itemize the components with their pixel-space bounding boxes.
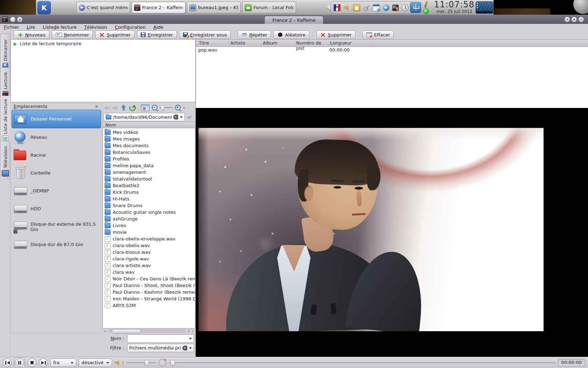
file-item[interactable]: clara-obelix.wav — [103, 242, 195, 249]
shade-button[interactable]: « — [17, 16, 23, 22]
file-item[interactable]: meline-papa_data — [103, 162, 195, 169]
file-item[interactable]: Kick Drums — [103, 189, 195, 196]
volume-slider[interactable] — [126, 359, 156, 367]
stop-button[interactable] — [27, 358, 36, 367]
close-icon[interactable]: × — [94, 104, 99, 109]
subtitle-combobox[interactable]: désactivé — [79, 359, 112, 367]
previous-button[interactable] — [3, 358, 12, 367]
file-item[interactable]: clara-rigole.wav — [103, 255, 195, 262]
file-item[interactable]: Iron Maiden - Strange World (1998 Digita… — [103, 295, 195, 302]
plasma-cashew[interactable] — [573, 0, 588, 14]
file-list-header[interactable]: Nom — [103, 122, 195, 128]
column-header[interactable]: Numéro de pist — [295, 40, 329, 46]
seek-slider-handle[interactable] — [170, 360, 175, 366]
taskbar-entry[interactable]: bureau1.jpeg – KSnap — [187, 2, 241, 13]
column-header[interactable]: Album — [262, 40, 295, 46]
toolbar-button[interactable]: Répéter — [238, 30, 271, 39]
file-item[interactable]: Acoustic guitar single notes — [103, 209, 195, 216]
track-row[interactable]: pop.wav 00:00:00 — [196, 47, 588, 53]
file-item[interactable]: totalvalidatortool — [103, 176, 195, 182]
path-combobox[interactable]: /home/david96/Documents/ × — [104, 113, 185, 121]
status-green-dot[interactable] — [423, 8, 429, 14]
sidebar-tab[interactable]: Démarrer — [0, 33, 10, 70]
menu-item[interactable]: Liste de lecture — [39, 24, 80, 30]
column-header[interactable]: Longueur — [329, 40, 372, 46]
toolbar-button[interactable]: Enregistrer sous — [179, 30, 231, 39]
scrollbar-thumb[interactable] — [112, 329, 141, 334]
taskbar-entry[interactable]: France 2 – Kaffeine — [132, 2, 186, 13]
places-item[interactable]: HDD — [12, 200, 101, 218]
file-item[interactable]: Snare Drums — [103, 202, 195, 209]
volume-icon[interactable] — [114, 360, 121, 366]
toolbar-button[interactable]: Supprimer — [95, 30, 134, 39]
taskbar-entry[interactable]: C'est quand même m — [76, 2, 130, 13]
file-item[interactable]: clara-artiste.wav — [103, 262, 195, 269]
back-icon[interactable] — [104, 105, 110, 110]
toolbar-button[interactable]: Renommer — [52, 30, 93, 39]
places-item[interactable]: Corbeille — [12, 164, 101, 182]
file-item[interactable]: ashGrunge — [103, 216, 195, 222]
seek-slider[interactable] — [169, 359, 555, 367]
column-header[interactable]: Titre — [198, 40, 229, 46]
scroll-right-icon[interactable]: › — [191, 329, 195, 333]
video-area[interactable] — [196, 108, 588, 357]
file-item[interactable]: clara-bisous.wav — [103, 249, 195, 255]
tray-icon[interactable] — [353, 4, 360, 11]
file-item[interactable]: movie — [103, 229, 195, 236]
next-button[interactable] — [39, 358, 48, 367]
tray-icon[interactable] — [373, 4, 380, 11]
tray-icon[interactable] — [344, 5, 350, 11]
reload-icon[interactable] — [128, 103, 136, 112]
scroll-left-icon[interactable]: ‹ — [187, 329, 190, 333]
places-item[interactable]: Dossier Personnel — [12, 110, 101, 128]
file-item[interactable]: clara-obelix-enveloppe.wav — [103, 236, 195, 242]
chevron-down-icon[interactable] — [180, 116, 183, 120]
clear-filter-icon[interactable]: × — [182, 346, 187, 350]
file-item[interactable]: Paul Dianno - Shoot, Shoot (Beezik remer — [103, 282, 195, 289]
scroll-left-icon[interactable]: ‹ — [103, 329, 107, 333]
scrollbar-track[interactable] — [107, 329, 186, 333]
sidebar-tab[interactable]: Liste de lecture — [0, 96, 10, 144]
places-item[interactable]: Réseau — [12, 128, 101, 146]
tray-icon[interactable] — [383, 5, 389, 11]
places-item[interactable]: Disque dur externe de 931,5 Gio — [12, 218, 101, 236]
menu-item[interactable]: Fichier — [0, 24, 23, 30]
filter-combobox[interactable]: Fichiers multimédia pris en charge × — [127, 344, 194, 352]
zoom-out-icon[interactable] — [152, 105, 158, 110]
menu-item[interactable]: Aide — [149, 24, 167, 30]
volume-slider-handle[interactable] — [145, 360, 149, 366]
file-item[interactable]: Mes vidéos — [103, 129, 195, 136]
device-notifier-icon[interactable] — [410, 2, 421, 13]
file-item[interactable]: Profiles — [103, 156, 195, 162]
file-item[interactable]: Mes images — [103, 136, 195, 142]
file-item[interactable]: BotaniculaSaves — [103, 149, 195, 156]
chevron-down-icon[interactable] — [189, 338, 192, 341]
places-item[interactable]: Disque dur de 87,0 Gio — [12, 236, 101, 253]
dvd-menu-icon[interactable] — [158, 359, 167, 367]
file-item[interactable]: Paul Dianno - Kashmir (Beezik remercie C… — [103, 289, 195, 295]
toolbar-overflow-icon[interactable]: › — [183, 106, 185, 109]
digital-clock[interactable]: 11:07:58 mer, 25 juil 2012 — [433, 0, 475, 14]
toolbar-button[interactable]: Supprimer — [316, 30, 356, 39]
toolbar-button[interactable]: Effacer — [363, 30, 394, 39]
places-item[interactable]: _OEMBP — [12, 182, 101, 200]
pause-button[interactable] — [15, 358, 24, 367]
file-item[interactable]: Livres — [103, 222, 195, 229]
close-button[interactable]: × — [578, 16, 584, 22]
titlebar-menu-button[interactable] — [10, 16, 16, 22]
file-item[interactable]: Noir Désir - Ces Gens Là (Beezik remerci… — [103, 275, 195, 282]
desktop-pager[interactable] — [476, 1, 493, 14]
audio-track-combobox[interactable]: fra — [50, 359, 76, 367]
taskbar-entry[interactable]: Forum - Local Folders - — [242, 2, 296, 13]
name-input[interactable] — [127, 334, 194, 343]
sidebar-tab[interactable]: Télévision — [0, 141, 10, 179]
file-item[interactable]: clara.wav — [103, 269, 195, 275]
playlist-current-row[interactable]: ▶ Liste de lecture temporaire — [11, 40, 195, 48]
tray-icon[interactable] — [402, 4, 409, 11]
kmenu-button[interactable]: K — [37, 1, 51, 14]
tray-icon[interactable] — [392, 5, 399, 11]
file-item[interactable]: ARYX.S3M — [103, 302, 195, 309]
toolbar-button[interactable]: Aléatoire — [273, 30, 309, 39]
file-item[interactable]: amenagement — [103, 169, 195, 176]
menu-item[interactable]: Lire — [23, 24, 39, 30]
